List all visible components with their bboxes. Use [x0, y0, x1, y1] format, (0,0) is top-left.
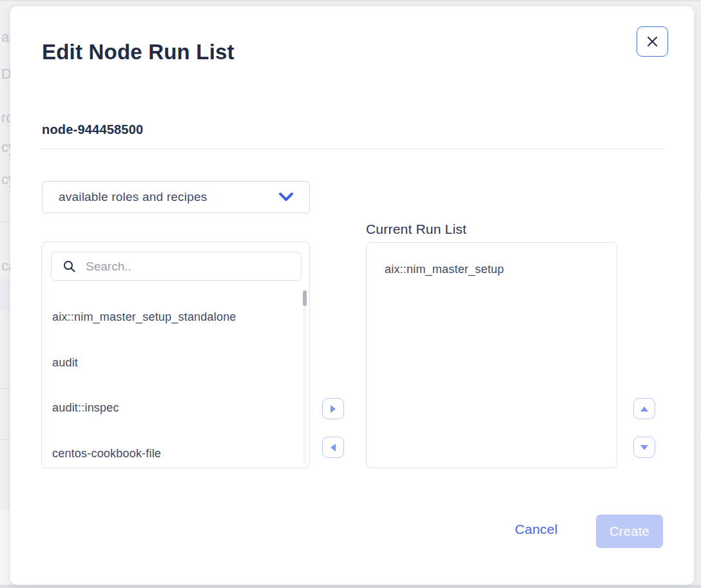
divider	[41, 149, 662, 149]
backdrop-divider	[0, 439, 10, 440]
backdrop-bottom-strip	[0, 585, 701, 588]
move-left-button[interactable]	[322, 437, 344, 458]
dialog-title: Edit Node Run List	[42, 40, 235, 64]
create-button[interactable]: Create	[596, 515, 663, 548]
move-down-button[interactable]	[633, 437, 655, 458]
backdrop-divider	[694, 542, 701, 542]
triangle-left-icon	[331, 444, 336, 451]
move-right-button[interactable]	[322, 398, 344, 419]
move-up-button[interactable]	[633, 398, 655, 419]
list-item[interactable]: audit::inspec	[52, 401, 297, 415]
current-run-list-heading: Current Run List	[366, 222, 466, 237]
chevron-down-icon	[278, 192, 294, 202]
search-icon	[63, 260, 75, 272]
backdrop-block	[0, 279, 10, 311]
cancel-button[interactable]: Cancel	[515, 522, 558, 537]
scrollbar-thumb[interactable]	[303, 290, 307, 306]
backdrop-divider	[0, 388, 10, 389]
triangle-down-icon	[640, 445, 648, 450]
backdrop-divider	[694, 198, 701, 199]
list-item[interactable]: audit	[52, 356, 297, 370]
scrollbar[interactable]	[303, 289, 307, 464]
backdrop-top-border	[0, 0, 701, 1]
list-item[interactable]: aix::nim_master_setup_standalone	[52, 310, 297, 324]
backdrop-block	[0, 509, 10, 585]
triangle-right-icon	[331, 405, 336, 413]
triangle-up-icon	[640, 406, 648, 412]
dropdown-selected-value: available roles and recipes	[59, 190, 278, 204]
screen: are DE ro cy cy ca Edit Node Run List no…	[0, 0, 701, 588]
list-item[interactable]: centos-cookbook-file	[52, 447, 297, 460]
close-icon	[647, 36, 658, 47]
list-item[interactable]: aix::nim_master_setup	[385, 263, 504, 276]
search-input[interactable]	[86, 260, 293, 274]
roles-recipes-dropdown[interactable]: available roles and recipes	[42, 181, 310, 213]
available-items-listbox: aix::nim_master_setup_standalone audit a…	[41, 242, 310, 468]
node-name-label: node-944458500	[42, 122, 143, 137]
close-button[interactable]	[637, 26, 668, 57]
backdrop-divider	[0, 222, 10, 222]
search-box[interactable]	[51, 252, 302, 281]
current-run-listbox: aix::nim_master_setup	[366, 242, 617, 468]
edit-node-run-list-dialog: Edit Node Run List node-944458500 availa…	[10, 6, 694, 585]
backdrop-divider	[694, 438, 701, 439]
